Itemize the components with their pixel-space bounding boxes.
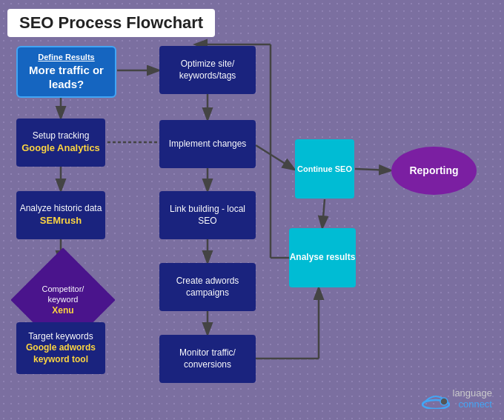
analyse-label: Analyse results (290, 252, 356, 264)
flowchart-container: SEO Process Flowchart (0, 0, 504, 420)
analyze-box: Analyze historic data SEMrush (16, 191, 105, 239)
svg-line-9 (256, 145, 294, 169)
svg-line-10 (355, 169, 390, 170)
logo-icon (422, 388, 450, 409)
target-box: Target keywords Google adwords keyword t… (16, 322, 105, 374)
analyze-semrush: SEMrush (20, 215, 102, 227)
define-label: Define Results (38, 52, 94, 62)
linkbuilding-label: Link building - local SEO (159, 204, 256, 227)
logo-line2: connect (453, 399, 493, 410)
competitor-label: Competitor/ keyword Xenu (26, 284, 100, 316)
page-title: SEO Process Flowchart (19, 13, 203, 32)
target-tool: Google adwords keyword tool (16, 342, 105, 365)
monitor-label: Monitor traffic/ conversions (159, 347, 256, 370)
target-line1: Target keywords (16, 331, 105, 343)
svg-line-11 (322, 199, 325, 227)
implement-label: Implement changes (169, 139, 247, 150)
optimize-box: Optimize site/ keywords/tags (159, 46, 256, 94)
define-main: More traffic or leads? (18, 63, 115, 92)
analyse-results-box: Analyse results (289, 228, 356, 287)
setup-google-analytics: Google Analytics (21, 142, 100, 155)
competitor-line1: Competitor/ keyword (26, 284, 100, 305)
define-box: Define Results More traffic or leads? (16, 46, 116, 98)
logo-line1: language (453, 387, 493, 399)
continue-label: Continue SEO (297, 164, 352, 174)
monitor-box: Monitor traffic/ conversions (159, 335, 256, 383)
competitor-bold: Xenu (26, 305, 100, 317)
continue-seo-box: Continue SEO (295, 139, 354, 199)
linkbuilding-box: Link building - local SEO (159, 191, 256, 239)
logo: language connect (422, 387, 493, 410)
setup-line1: Setup tracking (21, 130, 100, 142)
adwords-label: Create adwords campaigns (159, 276, 256, 299)
title-box: SEO Process Flowchart (7, 9, 215, 37)
setup-box: Setup tracking Google Analytics (16, 119, 105, 167)
reporting-label: Reporting (409, 164, 458, 177)
implement-box: Implement changes (159, 120, 256, 168)
optimize-label: Optimize site/ keywords/tags (159, 59, 256, 81)
svg-point-19 (440, 398, 448, 405)
adwords-box: Create adwords campaigns (159, 263, 256, 311)
reporting-oval: Reporting (391, 147, 477, 195)
analyze-line1: Analyze historic data (20, 203, 102, 215)
